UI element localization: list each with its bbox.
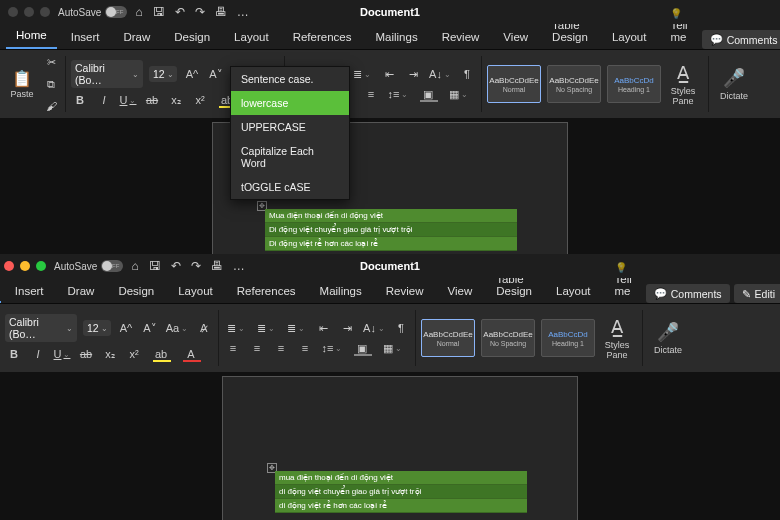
dictate-button[interactable]: 🎤Dictate bbox=[648, 308, 688, 368]
align-right-button[interactable]: ≡ bbox=[272, 340, 290, 356]
font-name-combo[interactable]: Calibri (Bo…⌄ bbox=[71, 60, 143, 88]
underline-button[interactable]: U bbox=[53, 346, 71, 362]
outdent-button[interactable]: ⇤ bbox=[314, 320, 332, 336]
tab-references[interactable]: References bbox=[227, 280, 306, 303]
font-name-combo[interactable]: Calibri (Bo…⌄ bbox=[5, 314, 77, 342]
more-icon[interactable]: … bbox=[233, 259, 245, 273]
tab-layout-2[interactable]: Layout bbox=[546, 280, 601, 303]
bullets-button[interactable]: ≣ bbox=[224, 320, 248, 336]
comments-button[interactable]: 💬 Comments bbox=[702, 30, 780, 49]
table-row[interactable]: Di động việt chuyển giao giá trị vượt tr… bbox=[265, 223, 517, 237]
line-spacing-button[interactable]: ↕≡ bbox=[386, 86, 410, 102]
table-row[interactable]: Di động việt rẻ hơn các loại rẻ bbox=[265, 237, 517, 251]
menu-uppercase[interactable]: UPPERCASE bbox=[231, 115, 349, 139]
tab-review[interactable]: Review bbox=[376, 280, 434, 303]
strike-button[interactable]: ab bbox=[77, 346, 95, 362]
tab-view[interactable]: View bbox=[493, 26, 538, 49]
tab-home[interactable]: Home bbox=[6, 24, 57, 49]
shrink-font-icon[interactable]: A˅ bbox=[207, 66, 225, 82]
table-row[interactable]: mua điện thoại đến di động việt bbox=[275, 471, 527, 485]
copy-icon[interactable]: ⧉ bbox=[42, 76, 60, 92]
document-canvas[interactable]: ✥ mua điện thoại đến di động việt di độn… bbox=[0, 372, 780, 520]
tab-design[interactable]: Design bbox=[108, 280, 164, 303]
home-icon[interactable]: ⌂ bbox=[135, 5, 142, 19]
tab-draw[interactable]: Draw bbox=[58, 280, 105, 303]
sort-button[interactable]: A↓ bbox=[428, 66, 452, 82]
editing-button[interactable]: ✎ Editi bbox=[734, 284, 780, 303]
menu-toggle-case[interactable]: tOGGLE cASE bbox=[231, 175, 349, 199]
showmarks-button[interactable]: ¶ bbox=[392, 320, 410, 336]
sort-button[interactable]: A↓ bbox=[362, 320, 386, 336]
styles-pane-button[interactable]: A̲Styles Pane bbox=[663, 54, 703, 114]
justify-button[interactable]: ≡ bbox=[362, 86, 380, 102]
italic-button[interactable]: I bbox=[29, 346, 47, 362]
shading-button[interactable]: ▣ bbox=[350, 340, 374, 356]
strike-button[interactable]: ab bbox=[143, 92, 161, 108]
tab-references[interactable]: References bbox=[283, 26, 362, 49]
align-center-button[interactable]: ≡ bbox=[248, 340, 266, 356]
style-heading1[interactable]: AaBbCcDdHeading 1 bbox=[541, 319, 595, 357]
clear-format-icon[interactable]: A̷ bbox=[195, 320, 213, 336]
borders-button[interactable]: ▦ bbox=[380, 340, 404, 356]
table-row[interactable]: di động việt rẻ hơn các loại rẻ bbox=[275, 499, 527, 513]
bold-button[interactable]: B bbox=[5, 346, 23, 362]
table-row[interactable]: di động việt chuyển giao giá trị vượt tr… bbox=[275, 485, 527, 499]
highlight-button[interactable]: ab bbox=[149, 346, 173, 362]
indent-button[interactable]: ⇥ bbox=[338, 320, 356, 336]
tab-mailings[interactable]: Mailings bbox=[310, 280, 372, 303]
tab-layout-2[interactable]: Layout bbox=[602, 26, 657, 49]
tab-design[interactable]: Design bbox=[164, 26, 220, 49]
italic-button[interactable]: I bbox=[95, 92, 113, 108]
line-spacing-button[interactable]: ↕≡ bbox=[320, 340, 344, 356]
tab-view[interactable]: View bbox=[437, 280, 482, 303]
style-nospacing[interactable]: AaBbCcDdEeNo Spacing bbox=[481, 319, 535, 357]
shrink-font-icon[interactable]: A˅ bbox=[141, 320, 159, 336]
bold-button[interactable]: B bbox=[71, 92, 89, 108]
shading-button[interactable]: ▣ bbox=[416, 86, 440, 102]
tab-insert[interactable]: Insert bbox=[61, 26, 110, 49]
grow-font-icon[interactable]: A^ bbox=[183, 66, 201, 82]
justify-button[interactable]: ≡ bbox=[296, 340, 314, 356]
multilevel-button[interactable]: ≣ bbox=[350, 66, 374, 82]
autosave-toggle[interactable]: AutoSave OFF bbox=[58, 6, 127, 18]
window-controls[interactable] bbox=[4, 261, 46, 271]
print-icon[interactable]: 🖶 bbox=[211, 259, 223, 273]
menu-lowercase[interactable]: lowercase bbox=[231, 91, 349, 115]
table[interactable]: mua điện thoại đến di động việt di động … bbox=[275, 471, 527, 513]
style-normal[interactable]: AaBbCcDdEeNormal bbox=[487, 65, 541, 103]
quick-access-toolbar[interactable]: ⌂ 🖫 ↶ ↷ 🖶 … bbox=[135, 5, 248, 19]
menu-sentence-case[interactable]: Sentence case. bbox=[231, 67, 349, 91]
tab-layout[interactable]: Layout bbox=[168, 280, 223, 303]
style-heading1[interactable]: AaBbCcDdHeading 1 bbox=[607, 65, 661, 103]
window-controls[interactable] bbox=[8, 7, 50, 17]
multilevel-button[interactable]: ≣ bbox=[284, 320, 308, 336]
comments-button[interactable]: 💬 Comments bbox=[646, 284, 730, 303]
undo-icon[interactable]: ↶ bbox=[175, 5, 185, 19]
cut-icon[interactable]: ✂ bbox=[42, 54, 60, 70]
redo-icon[interactable]: ↷ bbox=[195, 5, 205, 19]
style-normal[interactable]: AaBbCcDdEeNormal bbox=[421, 319, 475, 357]
grow-font-icon[interactable]: A^ bbox=[117, 320, 135, 336]
sup-button[interactable]: x² bbox=[125, 346, 143, 362]
style-nospacing[interactable]: AaBbCcDdEeNo Spacing bbox=[547, 65, 601, 103]
outdent-button[interactable]: ⇤ bbox=[380, 66, 398, 82]
save-icon[interactable]: 🖫 bbox=[153, 5, 165, 19]
sub-button[interactable]: x₂ bbox=[167, 92, 185, 108]
quick-access-toolbar[interactable]: ⌂ 🖫 ↶ ↷ 🖶 … bbox=[131, 259, 244, 273]
menu-capitalize-each-word[interactable]: Capitalize Each Word bbox=[231, 139, 349, 175]
tab-home[interactable]: ne bbox=[0, 278, 1, 303]
undo-icon[interactable]: ↶ bbox=[171, 259, 181, 273]
dictate-button[interactable]: 🎤Dictate bbox=[714, 54, 754, 114]
underline-button[interactable]: U bbox=[119, 92, 137, 108]
redo-icon[interactable]: ↷ bbox=[191, 259, 201, 273]
tab-insert[interactable]: Insert bbox=[5, 280, 54, 303]
change-case-button[interactable]: Aa bbox=[165, 320, 189, 336]
save-icon[interactable]: 🖫 bbox=[149, 259, 161, 273]
showmarks-button[interactable]: ¶ bbox=[458, 66, 476, 82]
font-color-button[interactable]: A bbox=[179, 346, 203, 362]
tab-draw[interactable]: Draw bbox=[113, 26, 160, 49]
paste-button[interactable]: 📋Paste bbox=[4, 69, 40, 99]
font-size-combo[interactable]: 12⌄ bbox=[83, 320, 111, 336]
page[interactable]: ✥ mua điện thoại đến di động việt di độn… bbox=[222, 376, 578, 520]
more-icon[interactable]: … bbox=[237, 5, 249, 19]
